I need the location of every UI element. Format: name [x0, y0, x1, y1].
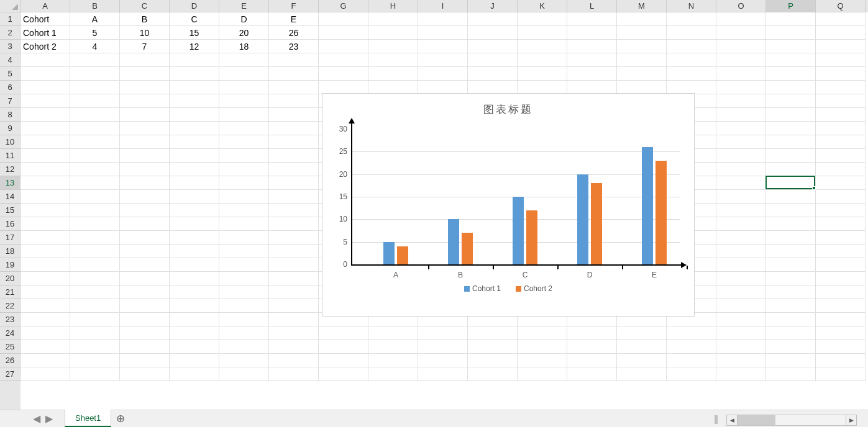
cell[interactable] — [70, 204, 120, 217]
cell[interactable] — [120, 258, 170, 272]
cell[interactable] — [219, 272, 269, 285]
column-header[interactable]: N — [667, 0, 716, 12]
cell[interactable] — [21, 81, 70, 94]
cell[interactable] — [70, 217, 120, 231]
cell[interactable] — [667, 367, 716, 381]
cell[interactable] — [716, 26, 766, 40]
cell[interactable] — [21, 190, 70, 204]
cell[interactable]: 7 — [120, 40, 170, 53]
cell[interactable] — [716, 313, 766, 326]
column-header[interactable]: F — [269, 0, 319, 12]
cell[interactable] — [518, 326, 567, 340]
cell[interactable] — [368, 354, 418, 367]
cell[interactable]: 4 — [70, 40, 120, 53]
cell[interactable] — [567, 354, 617, 367]
cell[interactable] — [766, 135, 816, 149]
cell[interactable]: E — [269, 12, 319, 26]
cell[interactable] — [120, 217, 170, 231]
scroll-left-button[interactable]: ◀ — [726, 415, 738, 426]
cell[interactable] — [617, 367, 667, 381]
cell[interactable] — [716, 367, 766, 381]
cell[interactable] — [170, 81, 219, 94]
cell[interactable] — [418, 12, 468, 26]
cell[interactable] — [21, 313, 70, 326]
cell[interactable] — [170, 231, 219, 245]
cell[interactable] — [70, 122, 120, 135]
cell[interactable] — [319, 40, 368, 53]
cell[interactable] — [816, 122, 866, 135]
cell[interactable] — [120, 108, 170, 122]
cell[interactable] — [21, 326, 70, 340]
cell[interactable] — [170, 149, 219, 163]
cell[interactable] — [716, 258, 766, 272]
cell[interactable] — [269, 258, 319, 272]
cell[interactable] — [816, 299, 866, 313]
cell[interactable] — [518, 340, 567, 354]
cell[interactable] — [70, 149, 120, 163]
cell[interactable] — [766, 258, 816, 272]
cell[interactable] — [219, 122, 269, 135]
cell[interactable] — [269, 272, 319, 285]
cell[interactable] — [468, 26, 518, 40]
cell[interactable] — [816, 67, 866, 81]
cell[interactable] — [716, 340, 766, 354]
cell[interactable] — [70, 135, 120, 149]
row-header[interactable]: 15 — [0, 204, 21, 217]
cell[interactable] — [716, 12, 766, 26]
cell[interactable] — [120, 204, 170, 217]
cell[interactable] — [418, 340, 468, 354]
tab-nav-buttons[interactable]: ◀ ▶ — [21, 410, 65, 427]
cell[interactable] — [269, 108, 319, 122]
column-header[interactable]: K — [518, 0, 567, 12]
column-header[interactable]: I — [418, 0, 468, 12]
cell[interactable] — [816, 340, 866, 354]
cell[interactable] — [170, 108, 219, 122]
cell[interactable] — [170, 285, 219, 299]
cell[interactable] — [70, 245, 120, 258]
cell[interactable] — [219, 94, 269, 108]
row-header[interactable]: 26 — [0, 354, 21, 367]
cell[interactable] — [766, 53, 816, 67]
row-header[interactable]: 12 — [0, 163, 21, 176]
cell[interactable] — [170, 135, 219, 149]
cell[interactable] — [567, 26, 617, 40]
cell[interactable] — [170, 326, 219, 340]
cell[interactable] — [219, 299, 269, 313]
cell[interactable] — [368, 340, 418, 354]
cell[interactable] — [716, 245, 766, 258]
cell[interactable] — [21, 285, 70, 299]
cell[interactable] — [518, 26, 567, 40]
cell[interactable] — [567, 40, 617, 53]
row-header[interactable]: 8 — [0, 108, 21, 122]
cell[interactable] — [170, 53, 219, 67]
cell[interactable] — [766, 367, 816, 381]
cell[interactable] — [219, 67, 269, 81]
cell[interactable] — [667, 26, 716, 40]
cell[interactable] — [219, 53, 269, 67]
cell[interactable]: A — [70, 12, 120, 26]
cell[interactable] — [269, 285, 319, 299]
cell[interactable] — [816, 135, 866, 149]
cell[interactable] — [617, 12, 667, 26]
cell[interactable] — [120, 135, 170, 149]
cell[interactable] — [766, 108, 816, 122]
cell[interactable] — [269, 163, 319, 176]
cell[interactable] — [816, 285, 866, 299]
cell[interactable] — [766, 67, 816, 81]
row-header[interactable]: 20 — [0, 272, 21, 285]
cell[interactable] — [170, 272, 219, 285]
cell[interactable] — [766, 285, 816, 299]
row-header[interactable]: 11 — [0, 149, 21, 163]
column-header[interactable]: L — [567, 0, 617, 12]
cell[interactable] — [219, 245, 269, 258]
cell[interactable] — [716, 40, 766, 53]
cell[interactable] — [70, 176, 120, 190]
cell[interactable] — [816, 40, 866, 53]
cell[interactable] — [70, 354, 120, 367]
row-header[interactable]: 5 — [0, 67, 21, 81]
cell[interactable]: Cohort 1 — [21, 26, 70, 40]
cell[interactable] — [21, 176, 70, 190]
cell[interactable] — [170, 67, 219, 81]
cell[interactable] — [816, 245, 866, 258]
cell[interactable] — [766, 299, 816, 313]
